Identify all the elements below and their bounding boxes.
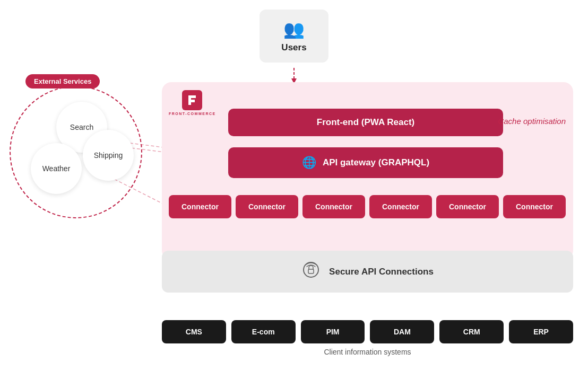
external-services-wrapper: External Services Search Shipping Weathe… [10, 74, 148, 223]
secure-label: Secure API Connections [329, 267, 434, 277]
bubble-weather: Weather [31, 143, 82, 194]
fc-logo-icon [182, 90, 202, 110]
bubble-search-label: Search [70, 123, 93, 131]
client-systems-row: CMSE-comPIMDAMCRMERP [162, 320, 573, 343]
svg-rect-41 [308, 269, 314, 273]
connector-box-2: Connector [302, 195, 365, 218]
users-icon: 👥 [283, 19, 305, 39]
client-box-crm: CRM [439, 320, 504, 343]
bubble-shipping-label: Shipping [94, 151, 123, 160]
client-systems-wrapper: CMSE-comPIMDAMCRMERP Client information … [162, 320, 573, 356]
frontend-label: Front-end (PWA React) [317, 117, 414, 127]
diagram-container: 👥 Users FRONT-COMMERCE Front-end (PWA Re… [0, 0, 588, 371]
connector-box-5: Connector [503, 195, 566, 218]
cache-label: Cache optimisation [498, 117, 566, 126]
users-box: 👥 Users [260, 10, 328, 63]
client-systems-label: Client information systems [162, 348, 573, 356]
secure-api-box: Secure API Connections [162, 251, 573, 293]
client-box-erp: ERP [509, 320, 573, 343]
fc-logo: FRONT-COMMERCE [169, 90, 216, 116]
frontend-box: Front-end (PWA React) [228, 109, 503, 136]
fc-logo-text: FRONT-COMMERCE [169, 112, 216, 116]
connector-box-3: Connector [369, 195, 432, 218]
users-label: Users [281, 42, 306, 53]
client-box-dam: DAM [370, 320, 434, 343]
connector-box-0: Connector [169, 195, 231, 218]
client-box-pim: PIM [301, 320, 365, 343]
bubble-shipping: Shipping [83, 130, 134, 181]
api-cloud-icon: 🌐 [302, 156, 316, 170]
connector-box-4: Connector [436, 195, 499, 218]
api-label: API gateway (GRAPHQL) [323, 157, 429, 168]
bubble-weather-label: Weather [42, 164, 71, 173]
connectors-row: ConnectorConnectorConnectorConnectorConn… [169, 195, 566, 218]
external-services-label: External Services [25, 74, 100, 89]
client-box-cms: CMS [162, 320, 226, 343]
connector-box-1: Connector [236, 195, 298, 218]
secure-icon [301, 260, 321, 283]
api-gateway-box: 🌐 API gateway (GRAPHQL) [228, 147, 503, 178]
client-box-e-com: E-com [231, 320, 296, 343]
